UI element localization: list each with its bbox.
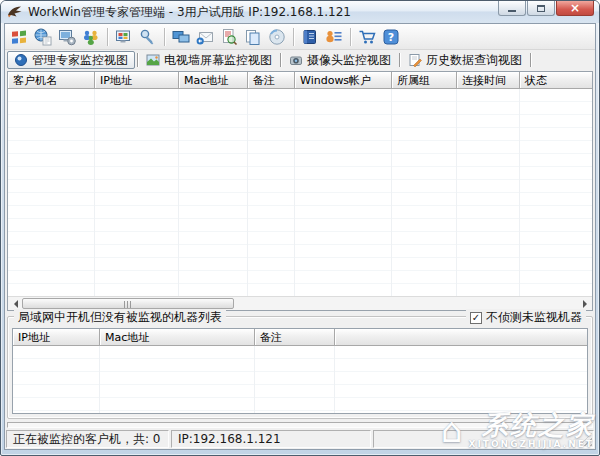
svg-text:?: ? (388, 31, 394, 44)
client-area: ? 管理专家监控视图 电视墙屏幕监控视图 摄像头监控视图 历史数据查询视图 (4, 23, 596, 450)
tab-separator (530, 53, 531, 67)
dual-monitor-icon[interactable] (171, 27, 191, 47)
status-bar: 正在被监控的客户机，共: 0 IP:192.168.1.121 (6, 430, 594, 448)
column-header-ip[interactable]: IP地址 (95, 72, 179, 89)
column-header-note[interactable]: 备注 (248, 72, 295, 89)
scroll-left-button[interactable] (9, 298, 22, 309)
app-logo-icon (7, 5, 23, 19)
windows-icon[interactable] (9, 27, 29, 47)
no-detect-checkbox[interactable]: ✓ (470, 312, 482, 324)
client-table-body[interactable] (8, 89, 592, 296)
toolbar-separator (107, 28, 108, 46)
window-title: WorkWin管理专家管理端 - 3用户试用版 IP:192.168.1.121 (28, 4, 351, 21)
status-monitored-count: 正在被监控的客户机，共: 0 (6, 430, 169, 448)
tab-label: 电视墙屏幕监控视图 (164, 52, 272, 69)
tab-tv-wall-view[interactable]: 电视墙屏幕监控视图 (140, 51, 278, 69)
toolbar: ? (5, 24, 595, 50)
groupbox-title: 局域网中开机但没有被监视的机器列表 (14, 309, 226, 326)
history-edit-icon (408, 53, 422, 67)
column-header-windows-account[interactable]: Windows帐户 (295, 72, 392, 89)
monitor-apps-icon[interactable] (114, 27, 134, 47)
horizontal-scrollbar[interactable] (8, 296, 592, 310)
unmonitored-table: IP地址 Mac地址 备注 (12, 328, 588, 414)
no-detect-checkbox-label[interactable]: 不侦测未监视机器 (486, 309, 582, 326)
app-window: WorkWin管理专家管理端 - 3用户试用版 IP:192.168.1.121… (0, 0, 600, 456)
column-header-empty[interactable] (335, 329, 587, 346)
toolbar-separator (293, 28, 294, 46)
window-controls: × (497, 1, 594, 16)
users-icon[interactable] (81, 27, 101, 47)
title-bar[interactable]: WorkWin管理专家管理端 - 3用户试用版 IP:192.168.1.121… (1, 1, 599, 23)
key-icon[interactable] (138, 27, 158, 47)
unmonitored-table-header: IP地址 Mac地址 备注 (13, 329, 587, 346)
unmonitored-table-body[interactable] (13, 346, 587, 413)
client-table: 客户机名 IP地址 Mac地址 备注 Windows帐户 所属组 连接时间 状态 (7, 71, 593, 311)
monitor-eye-icon (14, 53, 28, 67)
help-icon[interactable]: ? (381, 27, 401, 47)
tab-label: 摄像头监控视图 (307, 52, 391, 69)
tv-wall-icon (146, 53, 160, 67)
status-server-ip: IP:192.168.1.121 (171, 430, 371, 448)
copy-pages-icon[interactable] (243, 27, 263, 47)
column-header-mac[interactable]: Mac地址 (100, 329, 255, 346)
resize-grip[interactable] (579, 433, 592, 446)
tab-separator (280, 53, 281, 67)
client-table-header: 客户机名 IP地址 Mac地址 备注 Windows帐户 所属组 连接时间 状态 (8, 72, 592, 89)
close-button[interactable]: × (556, 1, 594, 16)
shopping-cart-icon[interactable] (357, 27, 377, 47)
tab-separator (399, 53, 400, 67)
unmonitored-machines-groupbox: 局域网中开机但没有被监视的机器列表 ✓ 不侦测未监视机器 IP地址 Mac地址 … (7, 316, 593, 419)
tab-separator (137, 53, 138, 67)
toolbar-separator (164, 28, 165, 46)
view-tabs: 管理专家监控视图 电视墙屏幕监控视图 摄像头监控视图 历史数据查询视图 (5, 50, 595, 70)
column-header-note[interactable]: 备注 (255, 329, 335, 346)
column-header-mac[interactable]: Mac地址 (179, 72, 248, 89)
minimize-button[interactable] (498, 1, 526, 16)
tab-history-query-view[interactable]: 历史数据查询视图 (402, 51, 528, 69)
camera-icon (289, 53, 303, 67)
column-header-connect-time[interactable]: 连接时间 (457, 72, 520, 89)
scrollbar-thumb[interactable] (22, 298, 234, 309)
toolbar-separator (350, 28, 351, 46)
no-detect-checkbox-row[interactable]: ✓ 不侦测未监视机器 (466, 309, 586, 326)
progress-strip (7, 422, 593, 428)
maximize-button[interactable] (527, 1, 555, 16)
column-header-group[interactable]: 所属组 (392, 72, 457, 89)
column-header-client-name[interactable]: 客户机名 (8, 72, 95, 89)
tab-expert-monitor-view[interactable]: 管理专家监控视图 (7, 51, 135, 69)
status-empty-field (373, 430, 594, 448)
address-book-icon[interactable] (300, 27, 320, 47)
scroll-right-button[interactable] (578, 298, 591, 309)
disc-icon[interactable] (267, 27, 287, 47)
column-header-ip[interactable]: IP地址 (13, 329, 100, 346)
tab-label: 管理专家监控视图 (32, 52, 128, 69)
monitor-settings-icon[interactable] (57, 27, 77, 47)
tab-camera-view[interactable]: 摄像头监控视图 (283, 51, 397, 69)
search-report-icon[interactable] (219, 27, 239, 47)
mail-reply-icon[interactable] (195, 27, 215, 47)
column-header-status[interactable]: 状态 (520, 72, 592, 89)
user-list-icon[interactable] (324, 27, 344, 47)
tab-label: 历史数据查询视图 (426, 52, 522, 69)
web-page-icon[interactable] (33, 27, 53, 47)
